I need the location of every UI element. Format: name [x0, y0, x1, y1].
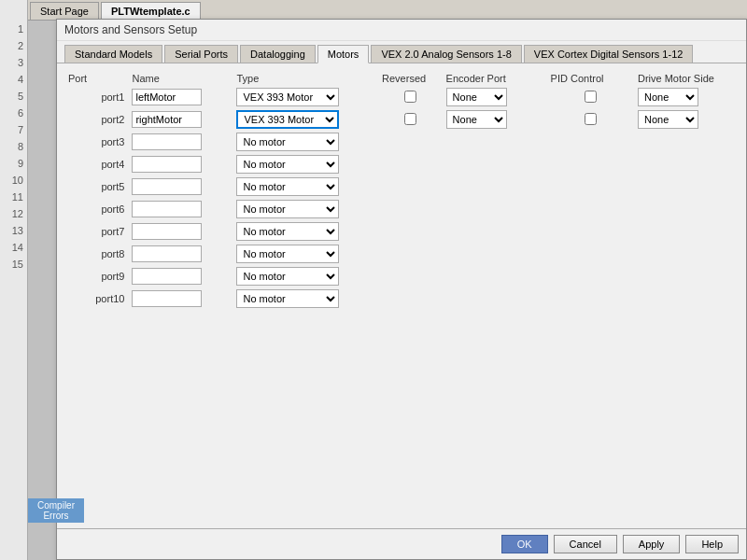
apply-button[interactable]: Apply	[623, 535, 681, 553]
tab-vex-analog[interactable]: VEX 2.0 Analog Sensors 1-8	[371, 45, 521, 63]
table-row: port9No motorVEX 393 MotorVEX 269 MotorV…	[64, 265, 739, 287]
pid-cell-port6	[547, 198, 634, 220]
name-input-port4[interactable]	[132, 156, 202, 173]
reversed-checkbox-port2[interactable]	[404, 113, 416, 125]
help-button[interactable]: Help	[685, 535, 739, 553]
pid-cell-port1	[547, 86, 634, 108]
type-cell-port1: No motorVEX 393 MotorVEX 269 MotorVEX Mo…	[233, 86, 378, 108]
encoder-cell-port9	[443, 265, 547, 287]
line-1: 1	[0, 21, 27, 37]
tab-standard-models[interactable]: Standard Models	[64, 45, 162, 63]
reversed-cell-port2	[378, 108, 443, 131]
drive-cell-port8	[634, 243, 739, 265]
ok-button[interactable]: OK	[501, 535, 548, 553]
name-input-port5[interactable]	[132, 178, 202, 195]
encoder-cell-port5	[443, 175, 547, 198]
col-header-name: Name	[128, 71, 233, 86]
drive-select-port2[interactable]: NoneLeftRight	[638, 110, 698, 129]
type-cell-port7: No motorVEX 393 MotorVEX 269 MotorVEX Mo…	[233, 220, 378, 243]
pid-cell-port7	[547, 220, 634, 243]
table-row: port10No motorVEX 393 MotorVEX 269 Motor…	[64, 287, 739, 310]
reversed-cell-port7	[378, 220, 443, 243]
line-8: 8	[0, 138, 27, 155]
reversed-cell-port8	[378, 243, 443, 265]
port-label-port1: port1	[64, 86, 128, 108]
type-cell-port4: No motorVEX 393 MotorVEX 269 MotorVEX Mo…	[233, 153, 378, 175]
type-select-port2[interactable]: No motorVEX 393 MotorVEX 269 MotorVEX Mo…	[236, 110, 339, 129]
motors-sensors-dialog: Motors and Sensors Setup Standard Models…	[56, 19, 747, 560]
dialog-title: Motors and Sensors Setup	[57, 20, 746, 41]
reversed-cell-port5	[378, 175, 443, 198]
port-label-port4: port4	[64, 153, 128, 175]
line-12: 12	[0, 205, 27, 222]
tab-start-page[interactable]: Start Page	[30, 2, 99, 20]
table-row: port7No motorVEX 393 MotorVEX 269 MotorV…	[64, 220, 739, 243]
reversed-cell-port10	[378, 287, 443, 310]
name-cell-port9	[128, 265, 233, 287]
name-input-port10[interactable]	[132, 290, 202, 307]
drive-select-port1[interactable]: NoneLeftRight	[638, 88, 698, 106]
type-cell-port10: No motorVEX 393 MotorVEX 269 MotorVEX Mo…	[233, 287, 378, 310]
pid-checkbox-port2[interactable]	[585, 113, 597, 125]
encoder-cell-port7	[443, 220, 547, 243]
drive-cell-port7	[634, 220, 739, 243]
compiler-errors-label[interactable]: Compiler Errors	[28, 498, 84, 523]
encoder-select-port2[interactable]: NonePort1Port2Port3	[446, 110, 507, 129]
table-row: port5No motorVEX 393 MotorVEX 269 MotorV…	[64, 175, 739, 198]
name-input-port8[interactable]	[132, 245, 202, 262]
reversed-checkbox-port1[interactable]	[404, 91, 416, 103]
line-11: 11	[0, 189, 27, 205]
line-14: 14	[0, 239, 27, 256]
port-label-port8: port8	[64, 243, 128, 265]
type-select-port1[interactable]: No motorVEX 393 MotorVEX 269 MotorVEX Mo…	[236, 88, 339, 106]
port-label-port5: port5	[64, 175, 128, 198]
type-select-port8[interactable]: No motorVEX 393 MotorVEX 269 MotorVEX Mo…	[236, 245, 339, 263]
drive-cell-port9	[634, 265, 739, 287]
type-cell-port3: No motorVEX 393 MotorVEX 269 MotorVEX Mo…	[233, 131, 378, 153]
type-select-port10[interactable]: No motorVEX 393 MotorVEX 269 MotorVEX Mo…	[236, 289, 339, 308]
port-label-port3: port3	[64, 131, 128, 153]
type-select-port6[interactable]: No motorVEX 393 MotorVEX 269 MotorVEX Mo…	[236, 200, 339, 218]
tab-motors[interactable]: Motors	[317, 45, 370, 63]
cancel-button[interactable]: Cancel	[554, 535, 617, 553]
encoder-select-port1[interactable]: NonePort1Port2Port3	[446, 88, 507, 106]
col-header-drive: Drive Motor Side	[634, 71, 739, 86]
line-15: 15	[0, 256, 27, 273]
reversed-cell-port3	[378, 131, 443, 153]
type-select-port4[interactable]: No motorVEX 393 MotorVEX 269 MotorVEX Mo…	[236, 155, 339, 174]
tab-pltw-template[interactable]: PLTWtemplate.c	[101, 2, 201, 20]
drive-cell-port10	[634, 287, 739, 310]
pid-cell-port10	[547, 287, 634, 310]
line-9: 9	[0, 155, 27, 172]
name-cell-port6	[128, 198, 233, 220]
name-input-port1[interactable]	[132, 89, 202, 105]
dialog-buttons: OK Cancel Apply Help	[57, 528, 746, 559]
type-select-port3[interactable]: No motorVEX 393 MotorVEX 269 MotorVEX Mo…	[236, 133, 339, 151]
tab-vex-digital[interactable]: VEX Cortex Digital Sensors 1-12	[524, 45, 694, 63]
line-13: 13	[0, 222, 27, 239]
name-cell-port8	[128, 243, 233, 265]
tab-datalogging[interactable]: Datalogging	[240, 45, 316, 63]
name-cell-port4	[128, 153, 233, 175]
table-row: port6No motorVEX 393 MotorVEX 269 MotorV…	[64, 198, 739, 220]
type-select-port5[interactable]: No motorVEX 393 MotorVEX 269 MotorVEX Mo…	[236, 177, 339, 196]
name-input-port7[interactable]	[132, 223, 202, 240]
pid-checkbox-port1[interactable]	[585, 91, 597, 103]
port-label-port6: port6	[64, 198, 128, 220]
line-2: 2	[0, 37, 27, 54]
pid-cell-port3	[547, 131, 634, 153]
name-input-port2[interactable]	[132, 111, 202, 128]
line-3: 3	[0, 54, 27, 71]
tab-serial-ports[interactable]: Serial Ports	[164, 45, 238, 63]
reversed-cell-port6	[378, 198, 443, 220]
tab-bar: Start Page PLTWtemplate.c	[28, 0, 747, 21]
pid-cell-port8	[547, 243, 634, 265]
type-select-port7[interactable]: No motorVEX 393 MotorVEX 269 MotorVEX Mo…	[236, 222, 339, 241]
name-input-port3[interactable]	[132, 133, 202, 150]
name-input-port9[interactable]	[132, 268, 202, 285]
encoder-cell-port8	[443, 243, 547, 265]
name-cell-port3	[128, 131, 233, 153]
reversed-cell-port9	[378, 265, 443, 287]
type-select-port9[interactable]: No motorVEX 393 MotorVEX 269 MotorVEX Mo…	[236, 267, 339, 286]
name-input-port6[interactable]	[132, 201, 202, 217]
